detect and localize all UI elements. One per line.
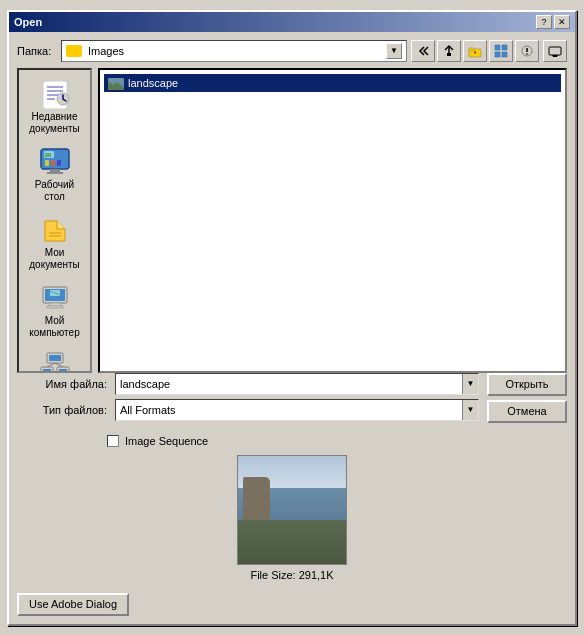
preview-area: Image Sequence File Size: 291,1K [17, 435, 567, 581]
title-bar-buttons: ? ✕ [536, 15, 570, 29]
folder-name: Images [88, 45, 382, 57]
preview-thumbnail [237, 455, 347, 565]
recent-icon [39, 77, 71, 109]
filetype-row: Тип файлов: ▼ [17, 399, 479, 421]
sidebar-item-recent[interactable]: Недавние документы [21, 74, 89, 138]
title-bar: Open ? ✕ [9, 12, 575, 32]
sidebar-computer-label: Мой компьютер [24, 315, 86, 339]
documents-icon [39, 213, 71, 245]
svg-rect-22 [57, 160, 61, 166]
bottom-section: Имя файла: ▼ Тип файлов: ▼ [17, 373, 567, 581]
folder-label: Папка: [17, 45, 57, 57]
svg-rect-7 [502, 52, 507, 57]
filetype-label: Тип файлов: [17, 404, 107, 416]
open-dialog: Open ? ✕ Папка: Images ▼ * [7, 10, 577, 626]
sidebar: Недавние документы [17, 68, 92, 373]
filename-label: Имя файла: [17, 378, 107, 390]
up-button[interactable] [437, 40, 461, 62]
sidebar-desktop-label: Рабочий стол [24, 179, 86, 203]
dialog-content: Папка: Images ▼ * [9, 32, 575, 624]
filename-input-container: ▼ [115, 373, 479, 395]
svg-rect-0 [447, 53, 451, 56]
computer-icon [39, 281, 71, 313]
file-browser[interactable]: landscape [98, 68, 567, 373]
filename-dropdown-btn[interactable]: ▼ [462, 374, 478, 394]
filename-input[interactable] [116, 374, 462, 394]
file-item-landscape[interactable]: landscape [104, 74, 561, 92]
image-sequence-label: Image Sequence [125, 435, 208, 447]
svg-rect-16 [47, 172, 63, 174]
filetype-dropdown-btn[interactable]: ▼ [462, 400, 478, 420]
fields-section: Имя файла: ▼ Тип файлов: ▼ [17, 373, 479, 425]
svg-rect-25 [49, 303, 61, 306]
help-button[interactable]: ? [536, 15, 552, 29]
filetype-input[interactable] [116, 400, 462, 420]
network-button[interactable] [543, 40, 567, 62]
open-button[interactable]: Открыть [487, 373, 567, 396]
svg-rect-19 [45, 153, 51, 157]
image-sequence-checkbox[interactable] [107, 435, 119, 447]
new-folder-button[interactable]: * [463, 40, 487, 62]
filename-row: Имя файла: ▼ [17, 373, 479, 395]
sidebar-item-computer[interactable]: Мой компьютер [21, 278, 89, 342]
cancel-button[interactable]: Отмена [487, 400, 567, 423]
svg-rect-29 [49, 355, 61, 361]
filetype-input-container: ▼ [115, 399, 479, 421]
sidebar-documents-label: Мои документы [24, 247, 86, 271]
main-area: Недавние документы [17, 68, 567, 373]
file-size-label: File Size: 291,1K [250, 569, 333, 581]
folder-dropdown-arrow[interactable]: ▼ [386, 43, 402, 59]
svg-text:*: * [474, 50, 477, 57]
file-item-name: landscape [128, 77, 178, 89]
toolbar-buttons: * [411, 40, 539, 62]
svg-rect-20 [45, 160, 49, 166]
image-sequence-row: Image Sequence [107, 435, 208, 447]
network-icon [39, 349, 71, 373]
svg-rect-21 [51, 160, 55, 166]
top-bar: Папка: Images ▼ * [17, 40, 567, 62]
svg-rect-5 [502, 45, 507, 50]
details-button[interactable] [515, 40, 539, 62]
view-button[interactable] [489, 40, 513, 62]
svg-rect-6 [495, 52, 500, 57]
action-buttons: Открыть Отмена [487, 373, 567, 423]
use-adobe-dialog-button[interactable]: Use Adobe Dialog [17, 593, 129, 616]
title-bar-text: Open [14, 16, 42, 28]
sidebar-recent-label: Недавние документы [24, 111, 86, 135]
folder-dropdown[interactable]: Images ▼ [61, 40, 407, 62]
file-icon [108, 76, 124, 90]
sidebar-item-desktop[interactable]: Рабочий стол [21, 142, 89, 206]
sidebar-item-documents[interactable]: Мои документы [21, 210, 89, 274]
svg-rect-4 [495, 45, 500, 50]
sidebar-item-network[interactable]: Сетевое окружение [21, 346, 89, 373]
desktop-icon [39, 145, 71, 177]
svg-rect-10 [549, 47, 561, 55]
svg-point-9 [526, 53, 528, 55]
svg-rect-26 [47, 306, 63, 308]
folder-icon [66, 45, 82, 57]
back-button[interactable] [411, 40, 435, 62]
fields-buttons-row: Имя файла: ▼ Тип файлов: ▼ [17, 373, 567, 425]
footer: Use Adobe Dialog [17, 587, 567, 616]
close-button[interactable]: ✕ [554, 15, 570, 29]
